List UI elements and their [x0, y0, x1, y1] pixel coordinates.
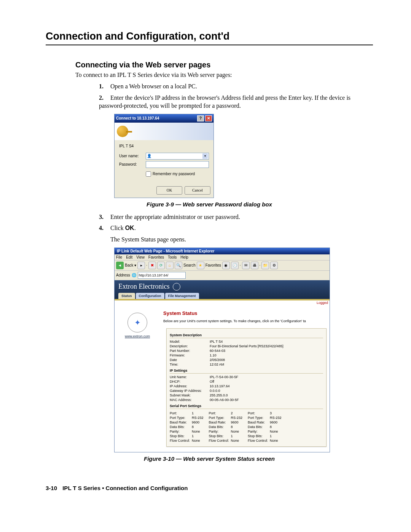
favorites-label[interactable]: Favorites [206, 263, 221, 267]
step-result: The System Status page opens. [110, 235, 373, 244]
figure-3-10-caption: Figure 3-10 — Web server System Status s… [46, 455, 373, 462]
media-icon[interactable]: ◉ [222, 262, 230, 269]
page-number: 3-10 [46, 485, 57, 491]
device-name: IPL T S4 [119, 144, 209, 148]
username-label: User name: [119, 154, 146, 158]
username-input[interactable]: 👤 ▾ [146, 153, 209, 160]
chevron-down-icon[interactable]: ▾ [202, 153, 208, 159]
v-firmware: 1.10 [210, 353, 217, 357]
v-date: 2/05/2008 [210, 358, 225, 362]
section-system-description: System Description [170, 333, 323, 338]
browser-title: IP Link Default Web Page - Microsoft Int… [115, 248, 330, 254]
menu-help[interactable]: Help [180, 255, 188, 259]
search-label[interactable]: Search [183, 263, 196, 267]
favorites-icon[interactable]: ★ [197, 262, 204, 269]
step-4: 4.Click OK. [99, 224, 373, 232]
v-ip: 10.13.197.64 [210, 384, 230, 388]
close-icon[interactable]: ✕ [205, 115, 212, 121]
tool-icon[interactable]: ⚙ [270, 262, 278, 269]
refresh-icon[interactable]: ⟳ [157, 262, 165, 269]
ok-button[interactable]: OK [156, 186, 182, 195]
search-icon[interactable]: 🔍 [175, 262, 182, 269]
k-date: Date [170, 358, 210, 362]
port-col-1: Port:1 Port Type:RS-232 Baud Rate:9600 D… [170, 411, 204, 443]
step-2-text: Enter the device's IP address in the bro… [99, 94, 350, 109]
person-icon: 👤 [147, 154, 151, 158]
v-subnet: 255.255.0.0 [210, 393, 228, 397]
tab-file-management[interactable]: File Management [165, 293, 199, 299]
history-icon[interactable]: 🕘 [231, 262, 239, 269]
password-label: Password: [119, 162, 146, 166]
page-title: Connection and Configuration, cont'd [46, 30, 373, 45]
step-3: 3.Enter the appropriate administrator or… [99, 213, 373, 221]
browser-toolbar: ◄ Back ▾ ▸ · ✖ ⟳ ⌂ 🔍 Search ★ Favorites … [115, 260, 330, 271]
mail-icon[interactable]: ✉ [242, 262, 250, 269]
menu-edit[interactable]: Edit [126, 255, 132, 259]
password-input[interactable] [146, 161, 209, 168]
remember-checkbox[interactable] [146, 171, 151, 177]
menu-tools[interactable]: Tools [168, 255, 177, 259]
k-gateway: Gateway IP Address: [170, 389, 210, 393]
tab-status[interactable]: Status [118, 293, 135, 299]
v-part: 60-544-03 [210, 349, 225, 353]
tab-configuration[interactable]: Configuration [136, 293, 164, 299]
address-input[interactable] [138, 272, 186, 279]
cancel-button[interactable]: Cancel [185, 186, 210, 195]
v-gateway: 0.0.0.0 [210, 389, 220, 393]
k-desc: Description: [170, 344, 210, 348]
k-time: Time: [170, 363, 210, 366]
logged-label: Logged [115, 300, 330, 305]
dialog-title: Connect to 10.13.197.64 [116, 116, 159, 120]
k-mac: MAC Address: [170, 398, 210, 402]
extron-side-logo-icon: ✦ [127, 313, 147, 332]
back-label[interactable]: Back [125, 263, 133, 267]
remember-label: Remember my password [153, 172, 195, 176]
section-ip-settings: IP Settings [170, 369, 323, 374]
globe-icon [173, 283, 180, 291]
step-1-text: Open a Web browser on a local PC. [110, 83, 197, 89]
v-unit: IPL-T-S4-00-30-5F [210, 375, 238, 379]
system-status-desc: Below are your Unit's current system set… [163, 319, 327, 323]
figure-3-9-caption: Figure 3-9 — Web server Password dialog … [46, 201, 373, 208]
k-part: Part Number: [170, 349, 210, 353]
step-4-text: Click OK. [110, 225, 136, 231]
address-label: Address [116, 273, 130, 277]
k-dhcp: DHCP: [170, 380, 210, 383]
port-col-2: Port:2 Port Type:RS-232 Baud Rate:9600 D… [209, 411, 243, 443]
home-icon[interactable]: ⌂ [166, 262, 174, 269]
menu-file[interactable]: File [116, 255, 122, 259]
v-mac: 00-05-A6-00-30-5F [210, 398, 239, 402]
print-icon[interactable]: 🖶 [251, 262, 258, 269]
v-dhcp: Off [210, 380, 214, 383]
step-2: 2.Enter the device's IP address in the b… [99, 94, 373, 110]
password-dialog: Connect to 10.13.197.64 ? ✕ IPL T S4 Use… [114, 114, 214, 198]
help-icon[interactable]: ? [197, 115, 204, 121]
port-col-3: Port:3 Port Type:RS-232 Baud Rate:9600 D… [248, 411, 282, 443]
v-time: 12:02 AM [210, 363, 224, 366]
page-icon: 🌐 [132, 273, 136, 277]
status-panel: System Description Model:IPL T S4 Descri… [166, 328, 327, 447]
extron-link[interactable]: www.extron.com [125, 334, 150, 338]
section-serial-ports: Serial Port Settings [170, 404, 323, 409]
k-firmware: Firmware: [170, 353, 210, 357]
system-status-title: System Status [163, 310, 327, 316]
step-3-text: Enter the appropriate administrator or u… [110, 214, 240, 220]
k-ip: IP Address: [170, 384, 210, 388]
menu-view[interactable]: View [136, 255, 145, 259]
page-footer: 3-10 IPL T S Series • Connection and Con… [46, 485, 373, 491]
v-model: IPL T S4 [210, 340, 223, 343]
k-subnet: Subnet Mask: [170, 393, 210, 397]
browser-menu[interactable]: File Edit View Favorites Tools Help [115, 254, 330, 260]
footer-text: IPL T S Series • Connection and Configur… [62, 485, 188, 491]
keys-icon [117, 126, 128, 137]
k-model: Model: [170, 340, 210, 343]
back-icon[interactable]: ◄ [116, 262, 124, 269]
section-heading: Connecting via the Web server pages [75, 61, 373, 69]
folder-icon[interactable]: 📁 [261, 262, 269, 269]
k-unit: Unit Name: [170, 375, 210, 379]
v-desc: Four Bi-Directional Serial Ports [RS232/… [210, 344, 284, 348]
step-1: 1.Open a Web browser on a local PC. [99, 82, 373, 91]
menu-favorites[interactable]: Favorites [148, 255, 164, 259]
forward-icon[interactable]: ▸ [137, 262, 145, 269]
stop-icon[interactable]: ✖ [148, 262, 156, 269]
